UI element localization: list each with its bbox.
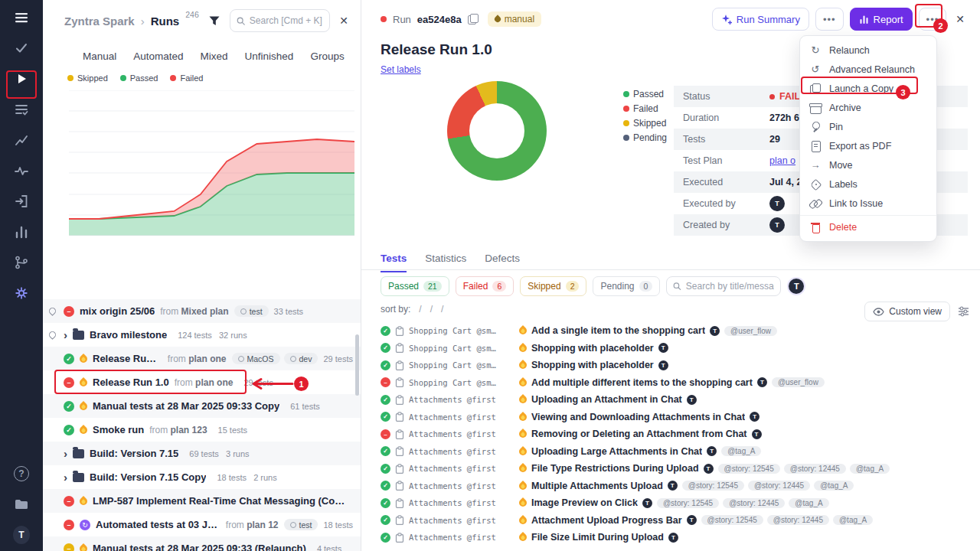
runs-tab[interactable]: Groups xyxy=(310,51,344,62)
test-row[interactable]: Shopping Cart @sm… Shopping with placeho… xyxy=(361,340,980,357)
chevron-right-icon[interactable]: › xyxy=(64,471,67,483)
run-list-item[interactable]: › Bravo milestone 124 tests 32 runs xyxy=(43,323,361,347)
test-title[interactable]: Add a single item to the shopping cart xyxy=(531,325,705,336)
run-list-item[interactable]: Manual tests at 28 Mar 2025 09:33 (Relau… xyxy=(43,536,361,551)
test-row[interactable]: Attachments @first Image Preview on Clic… xyxy=(361,494,980,512)
from-plan-name[interactable]: Mixed plan xyxy=(181,306,229,317)
test-suite-name[interactable]: Shopping Cart @sm… xyxy=(409,326,514,335)
chevron-right-icon[interactable]: › xyxy=(64,329,67,341)
test-title[interactable]: Uploading an Attachment in Chat xyxy=(531,394,682,405)
test-suite-name[interactable]: Attachments @first xyxy=(409,412,514,422)
run-list-item[interactable]: mix origin 25/06 from Mixed plan test 33… xyxy=(43,299,361,323)
menu-item[interactable]: Advanced Relaunch xyxy=(800,60,936,79)
report-bars-icon[interactable] xyxy=(13,223,30,240)
test-suite-name[interactable]: Shopping Cart @sm… xyxy=(409,360,514,370)
test-row[interactable]: Attachments @first Viewing and Downloadi… xyxy=(361,409,980,426)
menu-item[interactable]: Launch a Copy xyxy=(800,79,936,98)
menu-item[interactable]: Labels xyxy=(800,174,936,194)
run-list-item[interactable]: Manual tests at 28 Mar 2025 09:33 Copy 6… xyxy=(43,394,361,418)
report-button[interactable]: Report xyxy=(850,8,913,31)
runs-tab[interactable]: Unfinished xyxy=(245,51,294,62)
status-filter-button[interactable]: Passed 21 xyxy=(381,276,449,296)
run-list-item[interactable]: › Build: Version 7.15 69 tests 3 runs xyxy=(43,442,361,465)
runs-tab[interactable]: Mixed xyxy=(201,51,228,62)
menu-item[interactable]: Move xyxy=(800,155,936,174)
checklist-icon[interactable] xyxy=(13,101,30,118)
test-suite-name[interactable]: Attachments @first xyxy=(409,481,514,491)
test-title[interactable]: Multiple Attachments Upload xyxy=(531,481,663,491)
menu-item[interactable]: Archive xyxy=(800,98,936,117)
branch-icon[interactable] xyxy=(13,254,30,271)
test-title[interactable]: File Size Limit During Upload xyxy=(531,532,664,543)
runs-tab[interactable]: Automated xyxy=(133,51,183,62)
app-logo[interactable]: T xyxy=(13,527,30,543)
test-row[interactable]: Attachments @first Removing or Deleting … xyxy=(361,425,980,443)
import-icon[interactable] xyxy=(13,193,30,210)
header-more-button-1[interactable]: ••• xyxy=(815,8,844,31)
test-row[interactable]: Attachments @first File Size Limit Durin… xyxy=(361,529,980,546)
status-filter-button[interactable]: Pending 0 xyxy=(593,276,660,296)
from-plan-name[interactable]: plan one xyxy=(188,354,226,364)
run-summary-button[interactable]: Run Summary xyxy=(712,8,809,31)
menu-item[interactable]: Pin xyxy=(800,117,936,136)
test-title[interactable]: Removing or Deleting an Attachment from … xyxy=(531,429,747,439)
close-runs-panel-icon[interactable]: ✕ xyxy=(336,13,351,28)
sort-option-link[interactable] xyxy=(415,304,421,315)
analytics-icon[interactable] xyxy=(13,132,30,148)
menu-item[interactable]: Link to Issue xyxy=(800,194,936,213)
user-filter-avatar[interactable]: T xyxy=(787,277,805,295)
runs-play-icon[interactable] xyxy=(13,70,30,87)
test-row[interactable]: Shopping Cart @sm… Add a single item to … xyxy=(361,322,980,340)
test-row[interactable]: Attachments @first Multiple Attachments … xyxy=(361,478,980,495)
run-list-item[interactable]: Release Run 1.0 Copy from plan one MacOS… xyxy=(43,347,361,370)
test-suite-name[interactable]: Attachments @first xyxy=(409,395,514,404)
test-title[interactable]: Attachment Upload Progress Bar xyxy=(531,515,682,526)
test-title[interactable]: Shopping with placeholder xyxy=(531,360,654,370)
run-list-item[interactable]: › Build: Version 7.15 Copy 18 tests 2 ru… xyxy=(43,465,361,489)
custom-view-button[interactable]: Custom view xyxy=(864,302,950,321)
test-row[interactable]: Attachments @first Attachment Upload Pro… xyxy=(361,512,980,530)
test-suite-name[interactable]: Attachments @first xyxy=(409,429,514,439)
test-suite-name[interactable]: Shopping Cart @sm… xyxy=(409,344,514,353)
test-row[interactable]: Attachments @first Uploading Large Attac… xyxy=(361,443,980,461)
from-plan-name[interactable]: plan one xyxy=(195,377,233,388)
menu-icon[interactable] xyxy=(13,9,30,26)
status-filter-button[interactable]: Failed 6 xyxy=(456,276,514,296)
tests-search-input[interactable] xyxy=(686,281,775,292)
test-suite-name[interactable]: Attachments @first xyxy=(409,464,514,473)
menu-item[interactable]: Export as PDF xyxy=(800,136,936,155)
test-row[interactable]: Attachments @first Uploading an Attachme… xyxy=(361,391,980,409)
from-plan-name[interactable]: plan 123 xyxy=(171,425,207,435)
test-suite-name[interactable]: Attachments @first xyxy=(409,516,514,525)
copy-run-id-icon[interactable] xyxy=(468,14,479,24)
test-suite-name[interactable]: Attachments @first xyxy=(409,498,514,507)
from-plan-name[interactable]: plan 12 xyxy=(247,520,278,530)
runs-search[interactable] xyxy=(230,9,331,32)
scrollbar-thumb[interactable] xyxy=(355,334,359,396)
test-row[interactable]: Shopping Cart @sm… Shopping with placeho… xyxy=(361,357,980,374)
test-title[interactable]: Viewing and Downloading Attachments in C… xyxy=(531,412,745,422)
settings-gear-icon[interactable] xyxy=(13,285,30,302)
status-filter-button[interactable]: Skipped 2 xyxy=(520,276,586,296)
tests-search[interactable] xyxy=(666,276,781,296)
set-labels-link[interactable]: Set labels xyxy=(361,58,421,75)
menu-item[interactable]: Delete xyxy=(800,215,936,236)
test-title[interactable]: Add multiple different items to the shop… xyxy=(531,377,753,388)
pulse-icon[interactable] xyxy=(13,162,30,179)
menu-item[interactable]: Relaunch xyxy=(800,41,936,60)
test-suite-name[interactable]: Attachments @first xyxy=(409,533,514,542)
run-list-item[interactable]: LMP-587 Implement Real-Time Chat Messagi… xyxy=(43,489,361,513)
filter-funnel-icon[interactable] xyxy=(205,11,224,30)
runs-search-input[interactable] xyxy=(250,15,323,26)
test-row[interactable]: Attachments @first File Type Restriction… xyxy=(361,460,980,478)
test-title[interactable]: File Type Restrictions During Upload xyxy=(531,463,699,474)
test-title[interactable]: Uploading Large Attachments in Chat xyxy=(531,446,702,457)
chevron-right-icon[interactable]: › xyxy=(64,448,67,459)
close-run-detail-icon[interactable]: ✕ xyxy=(952,11,968,27)
help-icon[interactable]: ? xyxy=(13,465,30,482)
sort-option-link[interactable] xyxy=(437,304,443,315)
check-icon[interactable] xyxy=(13,40,30,57)
test-title[interactable]: Shopping with placeholder xyxy=(531,343,654,354)
test-suite-name[interactable]: Attachments @first xyxy=(409,447,514,456)
run-list-item[interactable]: Automated tests at 03 Jul 2025 13:25 fro… xyxy=(43,513,361,536)
